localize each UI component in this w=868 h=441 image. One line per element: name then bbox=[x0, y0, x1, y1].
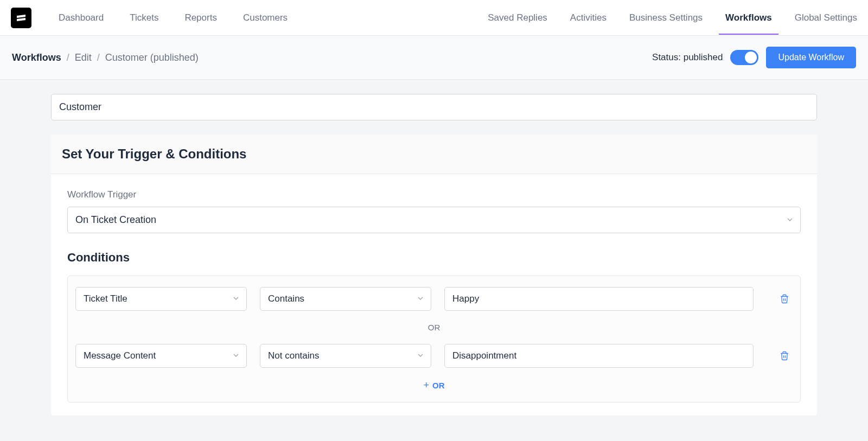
conditions-title: Conditions bbox=[67, 251, 801, 265]
trigger-panel: Set Your Trigger & Conditions Workflow T… bbox=[51, 135, 817, 416]
main-header: Dashboard Tickets Reports Customers Save… bbox=[0, 0, 868, 36]
nav-reports[interactable]: Reports bbox=[184, 2, 217, 34]
update-workflow-button[interactable]: Update Workflow bbox=[766, 47, 856, 68]
condition-operator-select[interactable]: Contains bbox=[260, 287, 431, 311]
condition-value-input[interactable] bbox=[444, 287, 754, 311]
nav-right: Saved Replies Activities Business Settin… bbox=[488, 2, 857, 34]
delete-condition-button[interactable] bbox=[776, 291, 793, 307]
panel-body: Workflow Trigger On Ticket Creation Cond… bbox=[51, 174, 817, 416]
trigger-select[interactable]: On Ticket Creation bbox=[67, 207, 801, 233]
workflow-name-input[interactable] bbox=[51, 94, 817, 120]
or-divider: OR bbox=[75, 311, 793, 344]
nav-saved-replies[interactable]: Saved Replies bbox=[488, 2, 547, 34]
trigger-label: Workflow Trigger bbox=[67, 189, 801, 200]
condition-field-select[interactable]: Ticket Title bbox=[75, 287, 247, 311]
subheader: Workflows / Edit / Customer (published) … bbox=[0, 36, 868, 80]
panel-title: Set Your Trigger & Conditions bbox=[62, 146, 806, 162]
delete-condition-button[interactable] bbox=[776, 348, 793, 364]
nav-business-settings[interactable]: Business Settings bbox=[629, 2, 703, 34]
nav-workflows[interactable]: Workflows bbox=[725, 2, 772, 34]
breadcrumb-separator: / bbox=[67, 52, 69, 63]
subheader-actions: Status: published Update Workflow bbox=[652, 47, 856, 68]
condition-row: Ticket Title Contains bbox=[75, 287, 793, 311]
app-logo[interactable] bbox=[11, 8, 31, 28]
condition-row: Message Content Not contains bbox=[75, 344, 793, 368]
nav-global-settings[interactable]: Global Settings bbox=[795, 2, 857, 34]
nav-customers[interactable]: Customers bbox=[243, 2, 288, 34]
trash-icon bbox=[780, 351, 789, 361]
nav-activities[interactable]: Activities bbox=[570, 2, 607, 34]
breadcrumb-workflows[interactable]: Workflows bbox=[12, 52, 61, 63]
add-or-label: OR bbox=[432, 381, 445, 390]
status-toggle[interactable] bbox=[730, 50, 758, 65]
condition-value-input[interactable] bbox=[444, 344, 754, 368]
breadcrumb-separator: / bbox=[97, 52, 100, 63]
trigger-select-wrapper: On Ticket Creation bbox=[67, 207, 801, 233]
condition-field-select[interactable]: Message Content bbox=[75, 344, 247, 368]
add-or-button[interactable]: + OR bbox=[75, 368, 793, 391]
nav-dashboard[interactable]: Dashboard bbox=[59, 2, 104, 34]
trash-icon bbox=[780, 294, 789, 304]
condition-operator-select[interactable]: Not contains bbox=[260, 344, 431, 368]
status-label: Status: published bbox=[652, 52, 723, 63]
logo-icon bbox=[15, 11, 28, 24]
panel-header: Set Your Trigger & Conditions bbox=[51, 135, 817, 174]
breadcrumb: Workflows / Edit / Customer (published) bbox=[12, 52, 199, 63]
nav-left: Dashboard Tickets Reports Customers bbox=[59, 2, 488, 34]
plus-icon: + bbox=[423, 380, 429, 391]
breadcrumb-current: Customer (published) bbox=[105, 52, 199, 63]
content-area: Set Your Trigger & Conditions Workflow T… bbox=[0, 80, 868, 416]
conditions-container: Ticket Title Contains bbox=[67, 276, 801, 402]
nav-tickets[interactable]: Tickets bbox=[130, 2, 158, 34]
breadcrumb-edit: Edit bbox=[75, 52, 92, 63]
